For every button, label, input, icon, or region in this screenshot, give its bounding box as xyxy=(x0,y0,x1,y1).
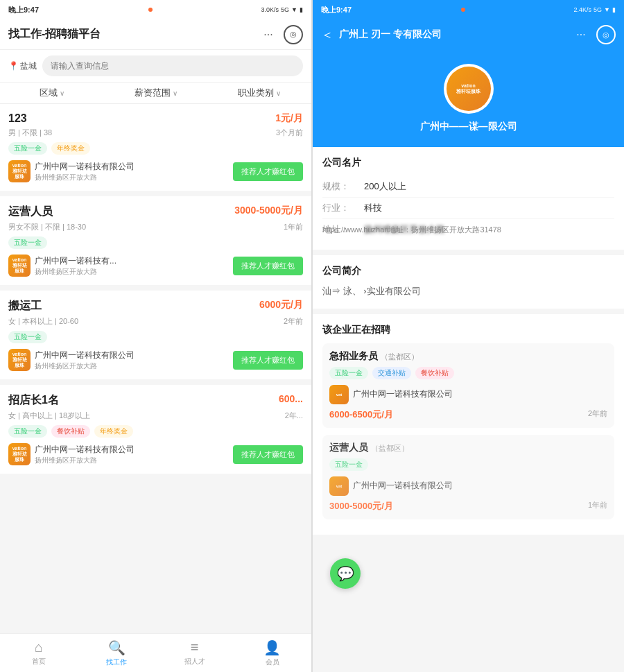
rtag-0-1: 交通补贴 xyxy=(372,367,411,379)
list-icon: ≡ xyxy=(191,639,199,655)
recruit-job-header-0: 急招业务员 （盐都区） xyxy=(329,350,607,363)
company-text-0: 广州中网一诺科技有限公司 扬州维扬区开放大路 xyxy=(35,161,135,182)
bottom-nav: ⌂ 首页 🔍 找工作 ≡ 招人才 👤 会员 xyxy=(0,633,311,672)
address-row: 地址： 扬州维扬区开放大路 https://www.huzhan地址：扬州维扬区… xyxy=(322,219,614,240)
filter-area[interactable]: 区域 ∨ xyxy=(0,87,104,99)
hero-logo-inner: vation雅轩珐服珠 xyxy=(447,67,491,111)
filter-category-arrow: ∨ xyxy=(276,89,281,97)
company-hero: vation雅轩珐服珠 广州中——谋—限公司 xyxy=(313,50,624,147)
job-salary-0: 1元/月 xyxy=(275,112,303,125)
right-top-bar: ＜ 广州上 刃一 专有限公司 ··· ◎ xyxy=(313,19,624,50)
right-more-button[interactable]: ··· xyxy=(571,25,591,44)
recruiting-title: 该企业正在招聘 xyxy=(322,324,614,336)
recruit-job-0[interactable]: 急招业务员 （盐都区） 五险一金 交通补贴 餐饮补贴 vat 广州中网一诺科技有… xyxy=(322,343,614,428)
company-intro: 公司简介 汕⇒ 泳、 ›实业有限公司 xyxy=(313,255,624,309)
recruit-footer-1: 3000-5000元/月 1年前 xyxy=(329,500,607,512)
job-salary-3: 600... xyxy=(279,393,303,404)
recommend-btn-0[interactable]: 推荐人才赚红包 xyxy=(233,162,303,181)
tag-0-0: 五险一金 xyxy=(8,142,47,155)
filter-area-label: 区域 xyxy=(40,87,58,99)
recruit-time-1: 1年前 xyxy=(588,500,607,512)
right-title-1: 广州上 xyxy=(339,28,368,41)
logo-text-2: vation雅轩珐服珠 xyxy=(12,352,27,368)
recommend-btn-3[interactable]: 推荐人才赚红包 xyxy=(233,445,303,464)
filter-salary-label: 薪资范围 xyxy=(135,87,171,99)
job-time-2: 2年前 xyxy=(284,316,303,331)
industry-label: 行业： xyxy=(322,202,364,214)
recruit-logo-text-0: vat xyxy=(336,393,343,397)
job-card-2[interactable]: 搬运工 6000元/月 女 | 本科以上 | 20-60 2年前 五险一金 va… xyxy=(0,291,311,379)
left-status-dot xyxy=(148,8,153,12)
job-tags-2: 五险一金 xyxy=(8,331,303,343)
company-row-2: vation雅轩珐服珠 广州中网一诺科技有限公司 扬州维扬区开放大路 推荐人才赚… xyxy=(8,349,303,371)
recruit-company-row-0: vat 广州中网一诺科技有限公司 xyxy=(329,385,607,404)
company-info-2: vation雅轩珐服珠 广州中网一诺科技有限公司 扬州维扬区开放大路 xyxy=(8,349,135,371)
left-battery-icon: ▮ xyxy=(300,6,303,13)
company-detail: 公司名片 规模： 200人以上 行业： 科技 地址： 扬州维扬区开放大路 htt… xyxy=(313,147,624,672)
job-card-1[interactable]: 运营人员 3000-5000元/月 男女不限 | 不限 | 18-30 1年前 … xyxy=(0,196,311,285)
job-title-1: 运营人员 xyxy=(8,205,53,219)
location-pin-icon: 📍 xyxy=(8,61,19,71)
scale-value: 200人以上 xyxy=(364,180,406,193)
back-button[interactable]: ＜ xyxy=(321,26,333,43)
job-salary-1: 3000-5000元/月 xyxy=(234,205,303,217)
left-top-bar: 找工作-招聘猫平台 ··· ◎ xyxy=(0,19,311,50)
left-network: 3.0K/s xyxy=(261,6,279,13)
recruit-job-district-0: （盐都区） xyxy=(381,352,419,362)
job-card-0[interactable]: 123 1元/月 男 | 不限 | 38 3个月前 五险一金 年终奖金 vati… xyxy=(0,104,311,191)
company-name-0: 广州中网一诺科技有限公司 xyxy=(35,161,135,173)
company-info-0: vation雅轩珐服珠 广州中网一诺科技有限公司 扬州维扬区开放大路 xyxy=(8,160,135,182)
hero-logo-text: vation雅轩珐服珠 xyxy=(456,83,480,95)
tag-3-2: 年终奖金 xyxy=(94,425,133,438)
business-card: 公司名片 规模： 200人以上 行业： 科技 地址： 扬州维扬区开放大路 htt… xyxy=(313,147,624,250)
left-panel: 晚上9:47 3.0K/s 5G ▼ ▮ 找工作-招聘猫平台 ··· ◎ 📍 盐… xyxy=(0,0,311,672)
company-addr-1: 扬州维扬区开放大路 xyxy=(35,267,116,277)
company-logo-0: vation雅轩珐服珠 xyxy=(8,160,31,182)
job-title-3: 招店长1名 xyxy=(8,393,59,408)
home-icon: ⌂ xyxy=(35,639,43,655)
company-info-3: vation雅轩珐服珠 广州中网一诺科技有限公司 扬州维扬区开放大路 xyxy=(8,443,135,465)
hero-logo: vation雅轩珐服珠 xyxy=(444,64,494,114)
recommend-btn-1[interactable]: 推荐人才赚红包 xyxy=(233,257,303,275)
logo-text-0: vation雅轩珐服珠 xyxy=(12,163,27,179)
nav-recruit[interactable]: ≡ 招人才 xyxy=(156,639,234,666)
left-more-button[interactable]: ··· xyxy=(259,25,278,44)
filter-category[interactable]: 职业类别 ∨ xyxy=(207,87,311,99)
left-status-bar: 晚上9:47 3.0K/s 5G ▼ ▮ xyxy=(0,0,311,19)
right-title-2: 刃一 xyxy=(371,28,390,41)
left-target-button[interactable]: ◎ xyxy=(284,25,303,44)
logo-text-1: vation雅轩珐服珠 xyxy=(12,257,27,273)
user-icon: 👤 xyxy=(263,639,281,656)
recruit-logo-text-1: vat xyxy=(336,484,343,489)
recruit-job-1[interactable]: 运营人员 （盐都区） 五险一金 vat 广州中网一诺科技有限公司 3000-50… xyxy=(322,435,614,519)
industry-row: 行业： 科技 xyxy=(322,198,614,219)
recommend-btn-2[interactable]: 推荐人才赚红包 xyxy=(233,351,303,370)
company-addr-0: 扬州维扬区开放大路 xyxy=(35,173,135,182)
job-meta-2: 女 | 本科以上 | 20-60 xyxy=(8,316,78,327)
nav-member[interactable]: 👤 会员 xyxy=(234,639,311,667)
nav-jobs-label: 找工作 xyxy=(106,657,127,667)
recruit-tags-0: 五险一金 交通补贴 餐饮补贴 xyxy=(329,367,607,379)
job-meta-3: 女 | 高中以上 | 18岁以上 xyxy=(8,411,90,421)
search-input[interactable] xyxy=(42,55,303,76)
recruit-logo-1: vat xyxy=(329,476,349,496)
filter-bar: 区域 ∨ 薪资范围 ∨ 职业类别 ∨ xyxy=(0,83,311,104)
company-text-1: 广州中网一诺科技有... 扬州维扬区开放大路 xyxy=(35,255,116,277)
recruit-company-1: 广州中网一诺科技有限公司 xyxy=(353,480,453,492)
nav-home[interactable]: ⌂ 首页 xyxy=(0,639,78,666)
job-time-1: 1年前 xyxy=(284,222,303,236)
left-app-title: 找工作-招聘猫平台 xyxy=(8,27,253,42)
company-logo-3: vation雅轩珐服珠 xyxy=(8,443,31,465)
right-target-button[interactable]: ◎ xyxy=(596,25,616,44)
rtag-0-0: 五险一金 xyxy=(329,367,368,379)
left-wifi-icon: ▼ xyxy=(291,6,297,13)
filter-salary[interactable]: 薪资范围 ∨ xyxy=(104,87,208,99)
left-time: 晚上9:47 xyxy=(8,5,39,15)
right-status-icons: 2.4K/s 5G ▼ ▮ xyxy=(574,6,616,13)
location-tag[interactable]: 📍 盐城 xyxy=(8,60,37,72)
job-title-2: 搬运工 xyxy=(8,299,42,313)
nav-jobs[interactable]: 🔍 找工作 xyxy=(78,639,155,667)
recruit-company-row-1: vat 广州中网一诺科技有限公司 xyxy=(329,476,607,496)
chat-button[interactable]: 💬 xyxy=(330,558,361,589)
job-card-3[interactable]: 招店长1名 600... 女 | 高中以上 | 18岁以上 2年... 五险一金… xyxy=(0,385,311,474)
